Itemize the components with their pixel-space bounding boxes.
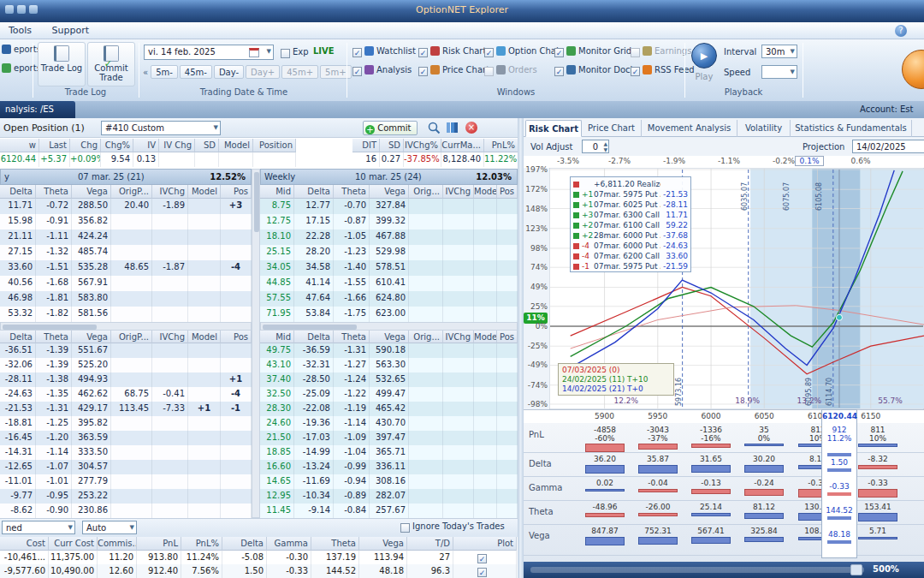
tab-volatility[interactable]: Volatility <box>737 120 791 137</box>
option-row[interactable]: -24.63-1.35462.6268.75-0.41-4 <box>0 387 252 402</box>
interval-select[interactable]: 30m▼ <box>761 45 797 58</box>
window-titlebar[interactable]: OptionNET Explorer <box>0 0 924 22</box>
option-row[interactable]: -11.01-1.01277.79 <box>0 474 252 489</box>
nav-button-45m-[interactable]: 45m- <box>180 65 212 79</box>
vol-adjust-spinner[interactable]: 0▲▼ <box>582 140 609 153</box>
option-row[interactable]: -12.65-1.07304.57 <box>0 460 252 474</box>
row[interactable]: 160.27-37.85%8,128.4011.22% <box>352 152 518 167</box>
menu-tools[interactable]: Tools <box>0 22 40 36</box>
step-back-fast-icon[interactable]: « <box>143 68 148 77</box>
option-row[interactable]: 40.56-1.68567.91 <box>0 276 252 291</box>
option-row[interactable]: 44.8541.14-1.55610.41 <box>260 276 518 291</box>
reports-button-1[interactable]: eports <box>2 45 41 54</box>
chart-zoom-bar[interactable]: 500% <box>524 562 924 578</box>
option-row[interactable]: 12.95-10.34-0.89282.07 <box>260 489 518 504</box>
window-toggle-risk-chart[interactable]: ✓Risk Chart <box>418 46 486 57</box>
option-row[interactable]: 24.60-19.36-1.14430.70 <box>260 416 518 431</box>
window-toggle-watchlist[interactable]: ✓Watchlist <box>352 46 416 57</box>
commit-button[interactable]: + Commit <box>363 121 418 135</box>
speed-select[interactable]: ▼ <box>761 65 797 79</box>
tab-statistics-fundamentals[interactable]: Statistics & Fundamentals <box>791 120 912 137</box>
option-row[interactable]: 14.65-11.69-0.94308.16 <box>260 474 518 489</box>
zoom-slider-handle[interactable] <box>850 564 862 575</box>
window-toggle-orders[interactable]: ✓Orders <box>484 65 537 76</box>
option-row[interactable]: 32.50-25.09-1.22499.47 <box>260 387 518 402</box>
option-row[interactable]: 57.5547.64-1.66624.80 <box>260 291 518 307</box>
menu-support[interactable]: Support <box>44 22 98 36</box>
tab-analysis-es[interactable]: nalysis: /ES <box>0 101 75 118</box>
option-row[interactable]: 49.75-36.59-1.31590.18 <box>260 343 518 358</box>
option-row[interactable]: 71.9553.84-1.75623.00 <box>260 307 518 322</box>
tab-risk-chart[interactable]: Risk Chart <box>525 120 582 137</box>
option-row[interactable]: 18.1022.28-1.05467.88 <box>260 229 518 245</box>
nav-button-5m-[interactable]: 5m- <box>151 65 178 79</box>
option-row[interactable]: -14.31-1.14333.50 <box>0 445 252 460</box>
window-toggle-earnings[interactable]: ✓Earnings <box>631 46 691 57</box>
option-row[interactable]: 37.40-28.50-1.24532.65 <box>260 372 518 387</box>
window-toggle-price-chart[interactable]: ✓Price Chart <box>418 65 489 76</box>
play-button[interactable]: ▶ <box>691 43 717 69</box>
ignore-trades-checkbox[interactable]: ✓Ignore Today's Trades <box>400 521 505 533</box>
horizontal-scrollbar[interactable] <box>0 322 252 331</box>
option-row[interactable]: -28.11-1.38494.93+1 <box>0 372 252 387</box>
option-row[interactable]: 16.60-13.24-0.99336.11 <box>260 460 518 474</box>
option-row[interactable]: 43.10-32.31-1.27563.30 <box>260 358 518 372</box>
option-row[interactable]: 21.50-17.03-1.09397.47 <box>260 431 518 445</box>
option-row[interactable]: 8.7512.77-0.70327.84 <box>260 199 518 214</box>
close-position-icon[interactable]: × <box>465 122 477 134</box>
window-toggle-monitor-dock[interactable]: ✓Monitor Dock <box>554 65 635 76</box>
option-row[interactable]: -8.62-0.90230.86 <box>0 504 252 518</box>
option-row[interactable]: 15.98-0.91356.82 <box>0 214 252 229</box>
expiry-header-2[interactable]: Weekly 10 mar. 25 (24) 12.03% <box>260 169 518 185</box>
strategy-select[interactable]: #410 Custom▼ <box>101 121 221 135</box>
plot-checkbox[interactable]: ✓ <box>477 554 487 563</box>
option-row[interactable]: 11.71-0.72288.5020.40-1.89+3 <box>0 199 252 214</box>
option-row[interactable]: -32.06-1.39525.20 <box>0 358 252 372</box>
plot-checkbox[interactable]: ✓ <box>477 568 487 577</box>
option-chain-icon[interactable] <box>447 122 458 133</box>
exp-checkbox[interactable]: ✓Exp <box>281 47 309 58</box>
grouping-select[interactable]: ned▼ <box>2 521 75 534</box>
quick-access-icons[interactable] <box>3 4 39 15</box>
option-row[interactable]: 21.11-1.11424.24 <box>0 229 252 245</box>
horizontal-scrollbar[interactable] <box>260 322 518 331</box>
option-row[interactable]: -36.51-1.39551.67 <box>0 343 252 358</box>
trade-log-button[interactable]: Trade Log <box>38 42 86 86</box>
option-row[interactable]: 25.1528.20-1.23529.98 <box>260 245 518 260</box>
totals-row[interactable]: -9,577.6010,490.0012.60912.407.56%1.50-0… <box>0 564 517 578</box>
option-row[interactable]: 11.45-9.14-0.84257.67 <box>260 504 518 518</box>
zoom-slider-track[interactable] <box>530 567 864 573</box>
nav-button-day-[interactable]: Day+ <box>246 65 280 79</box>
live-indicator[interactable]: LIVE <box>313 46 335 56</box>
window-toggle-option-chain[interactable]: ✓Option Chain <box>484 46 564 57</box>
commit-trade-button[interactable]: ✓ Commit Trade <box>87 42 135 86</box>
option-row[interactable]: 46.98-1.81583.80 <box>0 291 252 307</box>
window-toggle-monitor-grid[interactable]: ✓Monitor Grid <box>554 46 631 57</box>
trading-date-picker[interactable]: vi. 14 feb. 2025 ▼ <box>144 45 274 60</box>
projection-date-select[interactable]: 14/02/2025 <box>852 140 924 153</box>
zoom-icon[interactable] <box>428 122 441 134</box>
totals-row[interactable]: -10,461...11,375.0011.20913.8011.24%-5.0… <box>0 551 517 564</box>
row[interactable]: 6120.44+5.37+0.09%9.540.13 <box>0 152 296 167</box>
reports-button-2[interactable]: eports <box>2 63 41 73</box>
option-row[interactable]: 53.32-1.82581.56 <box>0 307 252 322</box>
option-row[interactable]: 34.0534.58-1.40578.51 <box>260 260 518 276</box>
help-icon[interactable]: ? <box>895 25 907 37</box>
tab-price-chart[interactable]: Price Chart <box>582 120 642 137</box>
option-row[interactable]: -18.81-1.25395.82 <box>0 416 252 431</box>
option-row[interactable]: 18.85-14.99-1.04365.71 <box>260 445 518 460</box>
vertical-scrollbar[interactable] <box>252 169 260 518</box>
nav-button-45m-[interactable]: 45m+ <box>281 65 318 79</box>
option-row[interactable]: 27.15-1.32485.74 <box>0 245 252 260</box>
option-row[interactable]: -21.53-1.31429.17113.45-7.33+1-1 <box>0 402 252 416</box>
option-row[interactable]: -16.45-1.20363.59 <box>0 431 252 445</box>
option-row[interactable]: 12.7517.15-0.87399.32 <box>260 214 518 229</box>
mode-select[interactable]: Auto▼ <box>82 521 137 534</box>
option-row[interactable]: 33.60-1.51535.2848.65-1.87-4 <box>0 260 252 276</box>
position-legend[interactable]: +6,811.20 Realized PnL+107mar. 5975 Put … <box>570 176 691 272</box>
tab-movement-analysis[interactable]: Movement Analysis <box>642 120 737 137</box>
expiry-header-1[interactable]: y 07 mar. 25 (21) 12.52% <box>0 169 252 185</box>
option-row[interactable]: -9.77-0.95253.22 <box>0 489 252 504</box>
window-toggle-analysis[interactable]: ✓Analysis <box>352 65 412 76</box>
option-row[interactable]: 28.30-22.08-1.19465.42 <box>260 402 518 416</box>
